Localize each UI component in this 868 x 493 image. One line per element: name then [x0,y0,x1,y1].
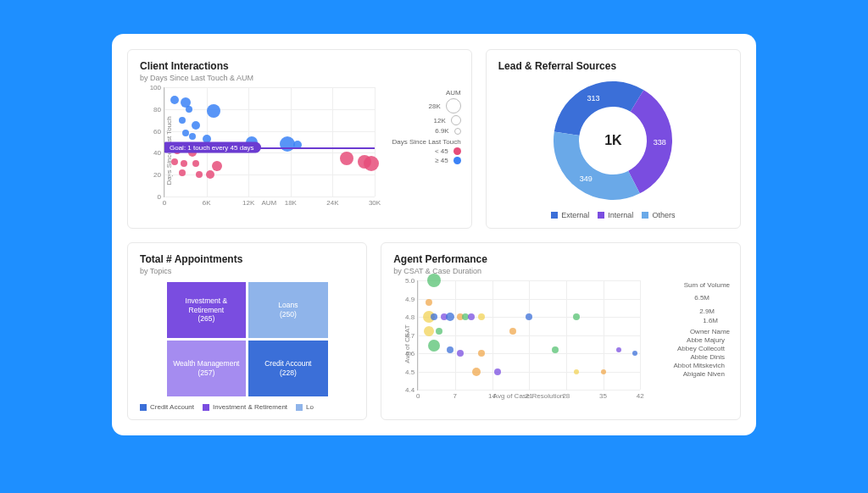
legend-owner-item[interactable]: Abbie Dinis [645,353,730,361]
donut-chart[interactable]: 1K 313338349 ExternalInternalOthers [498,77,728,219]
legend-item[interactable]: Lo [296,403,314,411]
card-appointments: Total # Appointments by Topics Investmen… [127,242,367,420]
data-point[interactable] [478,313,485,320]
legend-item[interactable]: Internal [598,211,633,219]
data-point[interactable] [509,328,516,335]
data-point[interactable] [431,313,437,320]
treemap-tile[interactable]: Loans(250) [248,282,328,338]
data-point[interactable] [186,106,192,113]
data-point[interactable] [182,130,189,136]
card-title: Lead & Referral Sources [498,60,728,72]
card-title: Total # Appointments [140,253,354,265]
legend-color-item[interactable]: < 45 [380,147,461,155]
treemap-tile[interactable]: Credit Account(228) [248,341,328,396]
legend-color-item[interactable]: ≥ 45 [380,157,461,164]
treemap-tile[interactable]: Investment & Retirement(265) [167,282,247,338]
legend-item[interactable]: External [551,211,589,219]
chart-legend: Sum of Volume 6.5M2.9M1.6M Owner Name Ab… [645,280,730,379]
legend-color-title: Days Since Last Touch [380,138,461,146]
data-point[interactable] [616,347,621,352]
data-point[interactable] [170,96,179,104]
data-point[interactable] [494,368,501,375]
data-point[interactable] [212,161,222,171]
data-point[interactable] [573,313,580,320]
legend-size-item: 28K [380,98,461,114]
legend-item[interactable]: Investment & Retirement [203,403,287,411]
donut-center-label: 1K [549,77,676,204]
data-point[interactable] [207,104,220,118]
data-point[interactable] [192,121,200,130]
legend-size-title: AUM [380,89,461,97]
data-point[interactable] [478,350,485,357]
data-point[interactable] [601,369,606,374]
card-agent-performance: Agent Performance by CSAT & Case Duratio… [381,242,741,420]
legend-size-item: 2.9M [645,306,730,316]
card-subtitle: by Days Since Last Touch & AUM [140,74,459,82]
plot-area: 4.44.54.64.74.84.95.0071421283542 [417,280,640,391]
card-subtitle: by Topics [140,267,354,275]
legend-size-item: 6.9K [380,127,461,135]
card-title: Agent Performance [393,253,728,265]
data-point[interactable] [468,313,475,320]
data-point[interactable] [179,117,186,124]
legend-owner-item[interactable]: Abbe Majury [645,336,730,344]
data-point[interactable] [181,160,187,167]
card-title: Client Interactions [140,60,459,72]
data-point[interactable] [179,169,186,176]
scatter-chart-performance[interactable]: Avg of CSAT 4.44.54.64.74.84.95.00714212… [393,280,728,407]
legend-owner-item[interactable]: Abbey Collecott [645,345,730,352]
data-point[interactable] [196,171,203,178]
data-point[interactable] [340,152,353,165]
data-point[interactable] [424,326,434,336]
legend-size-item: 12K [380,115,461,125]
data-point[interactable] [206,170,214,179]
plot-area: 02040608010006K12K18K24K30KGoal: 1 touch… [164,87,375,197]
data-point[interactable] [428,340,440,352]
treemap-chart[interactable]: Investment & Retirement(265)Loans(250)We… [167,282,328,396]
data-point[interactable] [426,299,432,306]
data-point[interactable] [436,328,442,335]
legend-size-item: 6.5M [645,290,730,305]
legend-size-title: Sum of Volume [645,281,730,289]
legend-size-item: 1.6M [645,317,730,324]
data-point[interactable] [574,369,579,374]
data-point[interactable] [364,156,379,171]
treemap-tile[interactable]: Wealth Management(257) [167,341,247,396]
data-point[interactable] [526,313,532,320]
data-point[interactable] [447,346,453,353]
data-point[interactable] [632,351,637,356]
donut-legend: ExternalInternalOthers [551,211,675,219]
card-client-interactions: Client Interactions by Days Since Last T… [127,49,472,229]
donut: 1K 313338349 [549,77,676,204]
data-point[interactable] [427,274,441,287]
treemap-legend: Credit AccountInvestment & RetirementLo [140,403,354,411]
goal-annotation: Goal: 1 touch every 45 days [164,141,261,152]
chart-legend: AUM 28K12K6.9K Days Since Last Touch < 4… [380,87,461,166]
data-point[interactable] [552,346,559,353]
data-point[interactable] [280,136,295,152]
scatter-chart-interactions[interactable]: Days Since Last Touch 02040608010006K12K… [140,87,459,214]
x-axis-label: AUM [164,199,375,207]
legend-owner-item[interactable]: Abbot Mitskevich [645,362,730,369]
legend-owner-title: Owner Name [645,328,730,335]
card-lead-sources: Lead & Referral Sources 1K 313338349 Ext… [486,49,741,229]
legend-item[interactable]: Others [642,211,675,219]
card-subtitle: by CSAT & Case Duration [393,267,728,275]
legend-item[interactable]: Credit Account [140,403,194,411]
data-point[interactable] [457,350,464,357]
data-point[interactable] [171,158,178,165]
dashboard: Client Interactions by Days Since Last T… [112,34,756,435]
legend-owner-item[interactable]: Abigale Niven [645,370,730,378]
data-point[interactable] [472,368,481,376]
data-point[interactable] [446,313,454,321]
data-point[interactable] [192,160,199,167]
data-point[interactable] [189,133,196,140]
